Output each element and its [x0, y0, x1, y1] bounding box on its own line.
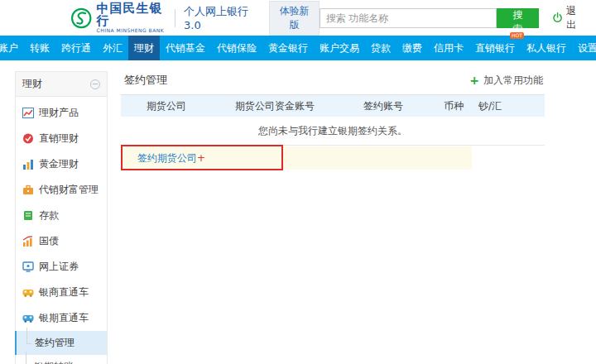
sign-link-label: 签约期货公司 — [137, 152, 197, 164]
sidebar-subitem-label: 签约管理 — [35, 336, 74, 350]
sidebar-subitem-bank-futures-transfer[interactable]: 银期转账 — [16, 355, 107, 364]
nav-item-label: 直销银行 — [475, 41, 515, 55]
sign-link-plus: + — [197, 152, 205, 164]
nav-item-interbank[interactable]: 跨行通 — [55, 36, 97, 60]
sidebar-item-agency-wealth[interactable]: 代销财富管理 — [16, 177, 107, 203]
sidebar-item-wealth-products[interactable]: 理财产品 — [16, 100, 107, 126]
sidebar-title: 理财 — [22, 77, 42, 91]
main-nav: 首页 账户 转账 跨行通 外汇 理财 代销基金 代销保险 黄金银行 账户交易 贷… — [0, 36, 596, 60]
sidebar-item-treasury-bonds[interactable]: 国债 — [16, 228, 107, 254]
search-box: 搜索 — [320, 8, 539, 28]
sidebar-item-online-securities[interactable]: 网上证券 — [16, 254, 107, 280]
sidebar-item-label: 银商直通车 — [39, 285, 89, 299]
top-header: 中国民生银行 CHINA MINSHENG BANK 个人网上银行 3.0 体验… — [0, 0, 596, 36]
column-currency: 币种 — [429, 99, 478, 113]
sidebar-subitem-contract-management[interactable]: 签约管理 — [15, 331, 107, 355]
sidebar-item-label: 国债 — [39, 234, 59, 248]
nav-item-accounts[interactable]: 账户 — [0, 36, 24, 60]
nav-item-funds[interactable]: 代销基金 — [160, 36, 211, 60]
tree-connector — [16, 362, 34, 364]
blue-bus-icon — [22, 313, 34, 323]
sidebar-item-bank-merchant-express[interactable]: 银商直通车 — [16, 280, 107, 305]
product-title: 个人网上银行 3.0 — [184, 4, 259, 31]
sidebar-item-bank-futures-express[interactable]: 银期直通车 — [16, 305, 107, 331]
gold-bar-chart-icon — [22, 159, 34, 170]
logout-label: 退出 — [566, 4, 584, 32]
red-badge-icon — [22, 133, 34, 144]
nav-item-loans[interactable]: 贷款 — [365, 36, 397, 60]
sidebar-item-direct-wealth[interactable]: 直销理财 — [16, 126, 107, 151]
nav-item-settings[interactable]: 设置 — [572, 36, 596, 60]
sidebar-item-label: 网上证券 — [39, 260, 79, 274]
column-cash-exchange: 钞/汇 — [478, 99, 536, 113]
monitor-icon — [22, 261, 34, 272]
logout-button[interactable]: 退出 — [552, 4, 584, 32]
column-futures-fund-account: 期货公司资金账号 — [212, 99, 338, 113]
nav-item-direct-bank[interactable]: 直销银行 HOT — [469, 36, 521, 60]
minus-circle-icon[interactable]: − — [90, 79, 100, 89]
sidebar-item-label: 代销财富管理 — [39, 183, 99, 197]
sign-action-row: 签约期货公司+ — [121, 146, 472, 170]
sign-futures-company-link[interactable]: 签约期货公司+ — [137, 151, 205, 165]
add-to-common-functions-button[interactable]: + 加入常用功能 — [469, 74, 543, 88]
sidebar-item-label: 存款 — [39, 208, 59, 223]
bank-name-en: CHINA MINSHENG BANK — [96, 27, 166, 34]
header-divider — [175, 9, 175, 27]
sidebar-item-deposits[interactable]: 存款 — [16, 203, 107, 228]
bank-logo: 中国民生银行 CHINA MINSHENG BANK — [70, 2, 166, 34]
tree-connector — [17, 338, 35, 349]
nav-item-wealth[interactable]: 理财 — [128, 36, 160, 60]
add-common-label: 加入常用功能 — [483, 74, 543, 88]
sidebar: 理财 − 理财产品 直销理财 黄金理财 代销财富管理 存款 — [15, 71, 108, 364]
trend-chart-icon — [22, 236, 34, 247]
empty-state-message: 您尚未与我行建立银期签约关系。 — [121, 117, 545, 146]
nav-item-transfer[interactable]: 转账 — [24, 36, 55, 60]
sidebar-item-label: 银期直通车 — [39, 311, 89, 325]
page-title: 签约管理 — [124, 73, 167, 88]
line-chart-icon — [22, 108, 34, 118]
deposit-book-icon — [22, 210, 34, 221]
power-icon — [552, 12, 563, 24]
nav-item-gold-bank[interactable]: 黄金银行 — [262, 36, 314, 60]
sidebar-header[interactable]: 理财 − — [16, 72, 107, 97]
briefcase-icon — [22, 184, 34, 195]
search-button[interactable]: 搜索 — [497, 8, 539, 28]
try-new-version-button[interactable]: 体验新版 — [269, 1, 320, 36]
sidebar-item-label: 黄金理财 — [39, 157, 79, 171]
nav-item-payments[interactable]: 缴费 — [397, 36, 428, 60]
nav-item-private-bank[interactable]: 私人银行 — [521, 36, 572, 60]
column-futures-company: 期货公司 — [121, 99, 212, 113]
minsheng-swirl-icon — [70, 6, 92, 31]
column-contract-account: 签约账号 — [338, 99, 429, 113]
nav-item-account-trade[interactable]: 账户交易 — [314, 36, 365, 60]
plus-icon: + — [469, 75, 479, 85]
sidebar-subitem-label: 银期转账 — [34, 360, 74, 364]
sidebar-item-label: 理财产品 — [39, 106, 79, 120]
sidebar-item-gold-wealth[interactable]: 黄金理财 — [16, 151, 107, 177]
main-content: 签约管理 + 加入常用功能 期货公司 期货公司资金账号 签约账号 币种 钞/汇 … — [121, 71, 545, 364]
bank-name: 中国民生银行 — [96, 2, 166, 27]
nav-item-credit-card[interactable]: 信用卡 — [428, 36, 469, 60]
orange-bus-icon — [22, 287, 34, 298]
table-header-row: 期货公司 期货公司资金账号 签约账号 币种 钞/汇 — [121, 95, 545, 117]
sidebar-item-label: 直销理财 — [39, 132, 79, 146]
nav-item-forex[interactable]: 外汇 — [97, 36, 128, 60]
nav-item-insurance[interactable]: 代销保险 — [211, 36, 262, 60]
search-input[interactable] — [320, 8, 497, 28]
